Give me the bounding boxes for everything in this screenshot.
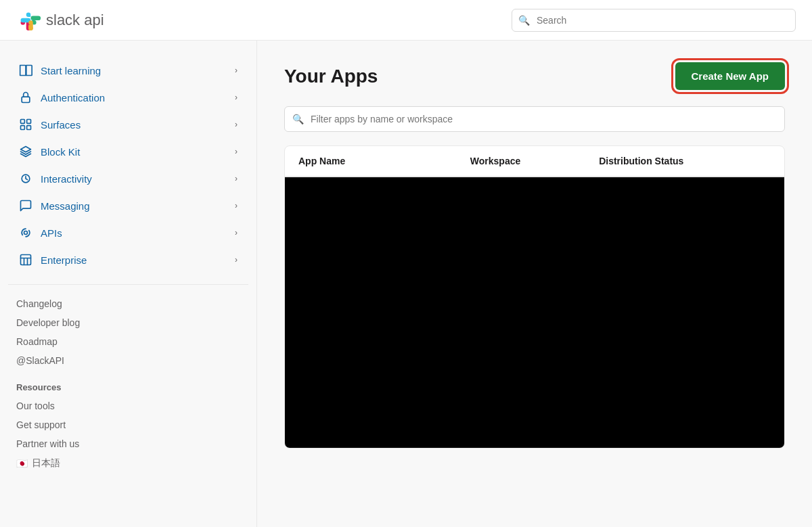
svg-rect-0 [22,97,30,102]
chevron-right-icon: › [235,147,238,156]
language-switcher[interactable]: 🇯🇵 日本語 [16,455,240,472]
sidebar-item-label: Block Kit [41,146,80,158]
chevron-right-icon: › [235,120,238,129]
slack-logo-icon [16,8,41,32]
changelog-link[interactable]: Changelog [16,296,240,312]
svg-rect-2 [27,120,31,124]
enterprise-icon [19,253,32,267]
roadmap-link[interactable]: Roadmap [16,334,240,350]
sidebar-item-label: Messaging [41,200,90,212]
search-bar: 🔍 [512,9,796,32]
sidebar-item-surfaces[interactable]: Surfaces › [11,111,246,138]
apps-list-area [285,177,784,448]
header: slack api 🔍 [0,0,812,41]
slack-api-twitter-link[interactable]: @SlackAPI [16,352,240,369]
chevron-right-icon: › [235,228,238,237]
chevron-right-icon: › [235,66,238,75]
sidebar-item-label: Start learning [41,65,101,76]
logo[interactable]: slack api [16,8,104,32]
chevron-right-icon: › [235,255,238,265]
messaging-icon [19,199,32,212]
sidebar-divider [8,284,248,285]
create-new-app-button[interactable]: Create New App [675,62,785,90]
sidebar-item-enterprise[interactable]: Enterprise › [11,246,246,273]
col-distribution-status: Distribution Status [599,156,771,166]
sidebar: Start learning › Authentication › [0,41,257,527]
filter-apps-input[interactable] [284,106,785,132]
svg-rect-3 [21,126,25,130]
sidebar-item-block-kit[interactable]: Block Kit › [11,138,246,165]
chevron-right-icon: › [235,201,238,210]
svg-rect-1 [21,120,25,124]
col-workspace: Workspace [470,156,599,166]
book-open-icon [19,64,32,77]
apps-table: App Name Workspace Distribution Status [284,145,785,449]
sidebar-item-label: APIs [41,227,62,239]
chevron-right-icon: › [235,93,238,102]
resources-heading: Resources [16,382,240,392]
chevron-right-icon: › [235,174,238,183]
sidebar-item-start-learning[interactable]: Start learning › [11,57,246,84]
sidebar-item-apis[interactable]: APIs › [11,219,246,246]
block-kit-icon [19,145,32,158]
sidebar-item-messaging[interactable]: Messaging › [11,192,246,219]
sidebar-item-interactivity[interactable]: Interactivity › [11,165,246,192]
svg-point-5 [24,231,28,235]
search-icon: 🔍 [518,15,530,26]
sidebar-item-label: Surfaces [41,119,81,131]
sidebar-nav: Start learning › Authentication › [0,57,256,273]
main-content: Your Apps Create New App 🔍 App Name Work… [257,41,812,527]
search-input[interactable] [512,9,796,32]
sidebar-item-label: Interactivity [41,173,92,185]
col-app-name: App Name [298,156,470,166]
svg-rect-6 [21,255,31,265]
filter-bar: 🔍 [284,106,785,132]
get-support-link[interactable]: Get support [16,417,240,433]
page-title: Your Apps [284,66,378,87]
apis-icon [19,226,32,239]
apps-table-header: App Name Workspace Distribution Status [285,146,784,177]
layout: Start learning › Authentication › [0,41,812,527]
lock-icon [19,91,32,104]
interactivity-icon [19,172,32,185]
partner-with-us-link[interactable]: Partner with us [16,436,240,452]
flag-icon: 🇯🇵 [16,458,28,469]
svg-rect-4 [27,126,31,130]
our-tools-link[interactable]: Our tools [16,398,240,414]
sidebar-item-authentication[interactable]: Authentication › [11,84,246,111]
main-header: Your Apps Create New App [284,62,785,90]
sidebar-item-label: Authentication [41,92,105,104]
language-label: 日本語 [32,457,60,469]
developer-blog-link[interactable]: Developer blog [16,315,240,331]
secondary-links: Changelog Developer blog Roadmap @SlackA… [0,296,256,472]
logo-text: slack api [46,12,104,29]
sidebar-item-label: Enterprise [41,254,87,266]
filter-search-icon: 🔍 [292,114,304,124]
grid-icon [19,118,32,131]
